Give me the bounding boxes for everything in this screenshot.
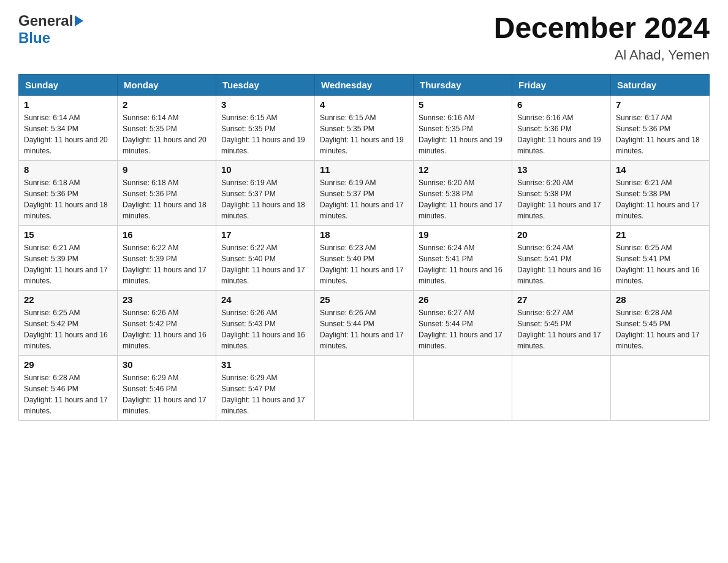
day-number: 8 [24, 164, 112, 175]
daylight-label: Daylight: 11 hours and 17 minutes. [616, 201, 700, 220]
day-info: Sunrise: 6:20 AM Sunset: 5:38 PM Dayligh… [517, 177, 605, 221]
day-info: Sunrise: 6:23 AM Sunset: 5:40 PM Dayligh… [320, 242, 408, 286]
daylight-label: Daylight: 11 hours and 20 minutes. [123, 136, 207, 155]
column-header-tuesday: Tuesday [216, 74, 315, 95]
sunset-label: Sunset: 5:45 PM [616, 320, 670, 328]
daylight-label: Daylight: 11 hours and 17 minutes. [517, 331, 601, 350]
day-number: 4 [320, 99, 408, 110]
day-number: 31 [221, 359, 309, 370]
daylight-label: Daylight: 11 hours and 16 minutes. [24, 331, 108, 350]
daylight-label: Daylight: 11 hours and 19 minutes. [419, 136, 502, 155]
day-info: Sunrise: 6:21 AM Sunset: 5:39 PM Dayligh… [24, 242, 112, 286]
sunset-label: Sunset: 5:44 PM [419, 320, 473, 328]
sunset-label: Sunset: 5:36 PM [616, 124, 670, 133]
sunrise-label: Sunrise: 6:19 AM [221, 178, 277, 187]
sunrise-label: Sunrise: 6:28 AM [24, 373, 80, 382]
logo-blue-text: Blue [18, 29, 50, 47]
calendar-week-row: 22 Sunrise: 6:25 AM Sunset: 5:42 PM Dayl… [19, 290, 710, 355]
calendar-cell: 11 Sunrise: 6:19 AM Sunset: 5:37 PM Dayl… [315, 160, 414, 225]
sunset-label: Sunset: 5:42 PM [123, 320, 177, 328]
logo-general-text: General [18, 12, 73, 29]
day-number: 11 [320, 164, 408, 175]
day-number: 12 [419, 164, 507, 175]
calendar-cell: 7 Sunrise: 6:17 AM Sunset: 5:36 PM Dayli… [611, 95, 710, 160]
sunrise-label: Sunrise: 6:26 AM [320, 308, 376, 317]
day-info: Sunrise: 6:18 AM Sunset: 5:36 PM Dayligh… [123, 177, 211, 221]
calendar-cell: 29 Sunrise: 6:28 AM Sunset: 5:46 PM Dayl… [19, 355, 118, 420]
calendar-title: December 2024 [494, 12, 710, 45]
daylight-label: Daylight: 11 hours and 17 minutes. [616, 331, 700, 350]
day-number: 30 [123, 359, 211, 370]
sunrise-label: Sunrise: 6:29 AM [221, 373, 277, 382]
sunrise-label: Sunrise: 6:22 AM [221, 243, 277, 252]
calendar-cell: 6 Sunrise: 6:16 AM Sunset: 5:36 PM Dayli… [512, 95, 611, 160]
day-number: 6 [517, 99, 605, 110]
day-number: 15 [24, 229, 112, 240]
sunset-label: Sunset: 5:46 PM [123, 385, 177, 393]
daylight-label: Daylight: 11 hours and 18 minutes. [123, 201, 207, 220]
title-block: December 2024 Al Ahad, Yemen [494, 12, 710, 63]
sunset-label: Sunset: 5:39 PM [123, 255, 177, 263]
day-info: Sunrise: 6:28 AM Sunset: 5:46 PM Dayligh… [24, 372, 112, 416]
sunset-label: Sunset: 5:36 PM [123, 190, 177, 198]
sunset-label: Sunset: 5:41 PM [419, 255, 473, 263]
calendar-cell: 23 Sunrise: 6:26 AM Sunset: 5:42 PM Dayl… [118, 290, 216, 355]
sunrise-label: Sunrise: 6:28 AM [616, 308, 672, 317]
sunset-label: Sunset: 5:38 PM [616, 190, 670, 198]
page-header: General Blue December 2024 Al Ahad, Yeme… [18, 12, 710, 63]
day-info: Sunrise: 6:24 AM Sunset: 5:41 PM Dayligh… [517, 242, 605, 286]
day-number: 23 [123, 294, 211, 305]
sunrise-label: Sunrise: 6:27 AM [517, 308, 573, 317]
sunrise-label: Sunrise: 6:16 AM [517, 113, 573, 122]
day-info: Sunrise: 6:18 AM Sunset: 5:36 PM Dayligh… [24, 177, 112, 221]
daylight-label: Daylight: 11 hours and 17 minutes. [419, 201, 502, 220]
daylight-label: Daylight: 11 hours and 17 minutes. [419, 331, 502, 350]
day-number: 10 [221, 164, 309, 175]
calendar-cell: 30 Sunrise: 6:29 AM Sunset: 5:46 PM Dayl… [118, 355, 216, 420]
day-info: Sunrise: 6:19 AM Sunset: 5:37 PM Dayligh… [221, 177, 309, 221]
column-header-friday: Friday [512, 74, 611, 95]
calendar-cell: 12 Sunrise: 6:20 AM Sunset: 5:38 PM Dayl… [414, 160, 512, 225]
day-info: Sunrise: 6:17 AM Sunset: 5:36 PM Dayligh… [616, 112, 704, 156]
sunset-label: Sunset: 5:34 PM [24, 124, 78, 133]
day-number: 17 [221, 229, 309, 240]
sunrise-label: Sunrise: 6:17 AM [616, 113, 672, 122]
daylight-label: Daylight: 11 hours and 17 minutes. [320, 201, 404, 220]
daylight-label: Daylight: 11 hours and 20 minutes. [24, 136, 108, 155]
day-number: 2 [123, 99, 211, 110]
sunrise-label: Sunrise: 6:14 AM [24, 113, 80, 122]
logo-arrow-icon [75, 15, 83, 26]
day-number: 24 [221, 294, 309, 305]
column-header-monday: Monday [118, 74, 216, 95]
daylight-label: Daylight: 11 hours and 18 minutes. [24, 201, 108, 220]
calendar-cell: 14 Sunrise: 6:21 AM Sunset: 5:38 PM Dayl… [611, 160, 710, 225]
sunset-label: Sunset: 5:42 PM [24, 320, 78, 328]
daylight-label: Daylight: 11 hours and 17 minutes. [221, 396, 305, 415]
calendar-cell: 5 Sunrise: 6:16 AM Sunset: 5:35 PM Dayli… [414, 95, 512, 160]
calendar-header-row: SundayMondayTuesdayWednesdayThursdayFrid… [19, 74, 710, 95]
sunrise-label: Sunrise: 6:21 AM [616, 178, 672, 187]
sunrise-label: Sunrise: 6:19 AM [320, 178, 376, 187]
day-number: 5 [419, 99, 507, 110]
calendar-subtitle: Al Ahad, Yemen [494, 47, 710, 63]
day-number: 14 [616, 164, 704, 175]
day-info: Sunrise: 6:16 AM Sunset: 5:35 PM Dayligh… [419, 112, 507, 156]
sunset-label: Sunset: 5:38 PM [419, 190, 473, 198]
day-info: Sunrise: 6:22 AM Sunset: 5:40 PM Dayligh… [221, 242, 309, 286]
day-number: 7 [616, 99, 704, 110]
sunset-label: Sunset: 5:37 PM [221, 190, 276, 198]
calendar-cell: 20 Sunrise: 6:24 AM Sunset: 5:41 PM Dayl… [512, 225, 611, 290]
calendar-cell: 17 Sunrise: 6:22 AM Sunset: 5:40 PM Dayl… [216, 225, 315, 290]
sunset-label: Sunset: 5:36 PM [24, 190, 78, 198]
daylight-label: Daylight: 11 hours and 17 minutes. [517, 201, 601, 220]
sunrise-label: Sunrise: 6:26 AM [221, 308, 277, 317]
day-info: Sunrise: 6:25 AM Sunset: 5:42 PM Dayligh… [24, 307, 112, 351]
day-number: 21 [616, 229, 704, 240]
day-info: Sunrise: 6:28 AM Sunset: 5:45 PM Dayligh… [616, 307, 704, 351]
daylight-label: Daylight: 11 hours and 17 minutes. [221, 266, 305, 285]
calendar-cell [512, 355, 611, 420]
sunset-label: Sunset: 5:40 PM [221, 255, 276, 263]
sunrise-label: Sunrise: 6:20 AM [419, 178, 474, 187]
day-info: Sunrise: 6:16 AM Sunset: 5:36 PM Dayligh… [517, 112, 605, 156]
daylight-label: Daylight: 11 hours and 16 minutes. [419, 266, 502, 285]
